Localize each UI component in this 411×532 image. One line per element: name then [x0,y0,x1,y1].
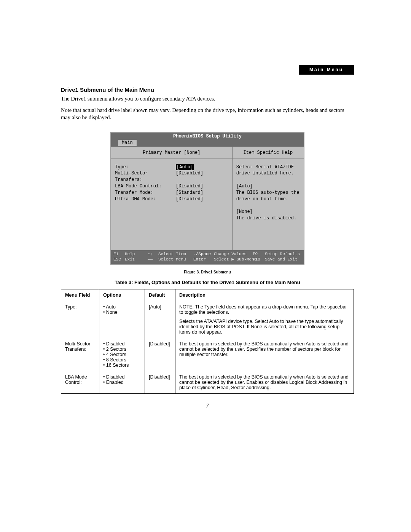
footer-action: Save and Exit [265,257,298,262]
help-line: Select Serial ATA/IDE [236,164,300,171]
footer-key: F1 [113,251,125,257]
field-label: Transfer Mode: [115,190,176,196]
footer-key: F10 [253,257,265,262]
help-line: [Auto] [236,183,300,190]
option-item: Disabled [103,374,141,380]
cell-options: DisabledEnabled [99,371,145,394]
help-line: The BIOS auto-types the [236,190,300,196]
intro-para-1: The Drive1 submenu allows you to configu… [61,95,354,103]
option-item: 16 Sectors [103,363,141,368]
help-line: drive installed here. [236,170,300,177]
footer-action: Exit [125,257,148,262]
footer-action: Setup Defaults [265,251,300,257]
footer-key: -/Space [193,251,214,257]
field-value: [Disabled] [176,170,203,183]
section-heading: Drive1 Submenu of the Main Menu [61,86,354,93]
table-row: LBA Mode Control:DisabledEnabled[Disable… [61,371,354,394]
th-default: Default [145,289,175,301]
field-value: [Disabled] [176,196,203,203]
intro-para-2: Note that actual hard drive label shown … [61,107,354,121]
options-table: Menu Field Options Default Description T… [61,289,354,394]
field-value-selected: [Auto] [176,164,194,171]
cell-default: [Disabled] [145,338,175,371]
table-row: Type:AutoNone[Auto]NOTE: The Type field … [61,301,354,338]
cell-description: NOTE: The Type field does not appear as … [175,301,354,338]
cell-menu-field: LBA Mode Control: [61,371,99,394]
footer-arrows: ↑↓ [148,251,158,257]
bios-fields: Type:[Auto] Multi-Sector Transfers:[Disa… [111,159,232,250]
bios-title: PhoenixBIOS Setup Utility [111,133,304,140]
th-description: Description [175,289,354,301]
field-value: [Disabled] [176,183,203,190]
field-label: LBA Mode Control: [115,183,176,190]
option-item: Disabled [103,341,141,347]
option-item: 8 Sectors [103,357,141,363]
footer-action: Select Menu [158,257,193,262]
cell-menu-field: Type: [61,301,99,338]
table-caption: Table 3: Fields, Options and Defaults fo… [61,280,354,285]
cell-default: [Auto] [145,301,175,338]
cell-menu-field: Multi-Sector Transfers: [61,338,99,371]
footer-key: ESC [113,257,125,262]
bios-help-text: Select Serial ATA/IDE drive installed he… [233,159,304,250]
th-menu-field: Menu Field [61,289,99,301]
cell-description: The best option is selected by the BIOS … [175,338,354,371]
bios-right-panel-title: Item Specific Help [233,147,304,159]
footer-key: F9 [253,251,265,257]
bios-screenshot: PhoenixBIOS Setup Utility Main Primary M… [110,132,304,265]
th-options: Options [99,289,145,301]
footer-arrows: ←→ [148,257,158,262]
help-line: drive on boot time. [236,196,300,203]
footer-key: Enter [193,257,214,262]
header-section-tag: Main Menu [299,65,354,75]
option-item: 2 Sectors [103,347,141,352]
footer-action: Select ▶ Sub-Menu [214,257,253,262]
cell-default: [Disabled] [145,371,175,394]
bios-footer: F1 Help ↑↓ Select Item -/Space Change Va… [111,250,304,264]
figure-caption: Figure 3. Drive1 Submenu [61,270,354,274]
field-label: Multi-Sector Transfers: [115,170,176,183]
field-value: [Standard] [176,190,203,196]
cell-options: Disabled2 Sectors4 Sectors8 Sectors16 Se… [99,338,145,371]
help-line: [None] [236,209,300,215]
cell-options: AutoNone [99,301,145,338]
help-line: The drive is disabled. [236,215,300,222]
cell-description: The best option is selected by the BIOS … [175,371,354,394]
footer-action: Help [125,251,148,257]
option-item: Auto [103,304,141,310]
table-row: Multi-Sector Transfers:Disabled2 Sectors… [61,338,354,371]
option-item: 4 Sectors [103,352,141,357]
field-label: Ultra DMA Mode: [115,196,176,203]
option-item: Enabled [103,380,141,385]
bios-left-panel-title: Primary Master [None] [111,147,232,159]
bios-tab-main: Main [118,140,137,146]
page-number: 7 [61,403,354,409]
option-item: None [103,310,141,315]
footer-action: Change Values [214,251,253,257]
field-label: Type: [115,164,176,171]
footer-action: Select Item [158,251,193,257]
